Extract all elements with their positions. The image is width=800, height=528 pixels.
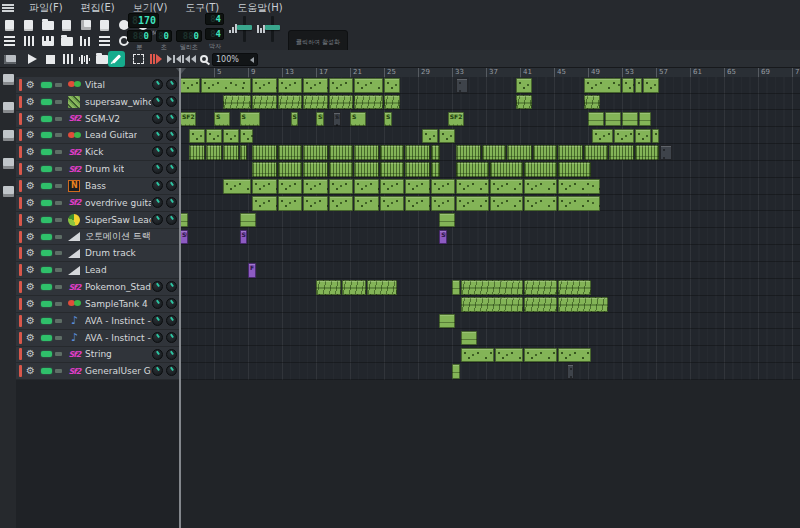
pattern-clip[interactable]: SF: [333, 112, 341, 127]
stop-button[interactable]: [43, 52, 58, 66]
pattern-clip[interactable]: [584, 78, 621, 93]
pattern-clip[interactable]: [431, 196, 456, 211]
pattern-clip[interactable]: [558, 179, 600, 194]
pattern-clip[interactable]: [456, 196, 489, 211]
volume-knob[interactable]: [152, 163, 163, 174]
zoom-level-combobox[interactable]: 100%: [212, 53, 258, 66]
add-sample-track-button[interactable]: [77, 52, 92, 66]
pattern-clip[interactable]: [405, 179, 430, 194]
pattern-clip[interactable]: St: [180, 230, 188, 245]
track-mute-button[interactable]: [41, 82, 52, 88]
track-grip-handle[interactable]: [19, 332, 22, 344]
track-mute-button[interactable]: [41, 217, 52, 223]
track-name[interactable]: GeneralUser GS v1: [85, 366, 151, 376]
track-name[interactable]: Lead Guitar: [85, 130, 137, 140]
pattern-clip[interactable]: [558, 162, 591, 177]
track-solo-button[interactable]: [55, 117, 62, 121]
pattern-clip[interactable]: [643, 78, 659, 93]
track-solo-button[interactable]: [55, 184, 62, 188]
tempo-lcd[interactable]: 8170: [128, 13, 159, 28]
pattern-clip[interactable]: [558, 297, 608, 312]
pattern-clip[interactable]: [609, 145, 634, 160]
pattern-clip[interactable]: [405, 162, 430, 177]
pattern-clip[interactable]: [490, 179, 523, 194]
pattern-clip[interactable]: [524, 280, 557, 295]
track-grip-handle[interactable]: [19, 113, 22, 125]
track-grip-handle[interactable]: [19, 214, 22, 226]
pattern-clip[interactable]: [614, 129, 634, 144]
track-gear-icon[interactable]: ⚙: [26, 97, 35, 107]
pattern-clip[interactable]: [278, 179, 303, 194]
track-solo-button[interactable]: [55, 251, 62, 255]
track-mute-button[interactable]: [41, 351, 52, 357]
volume-knob[interactable]: [152, 281, 163, 292]
open-project-button[interactable]: [40, 18, 55, 32]
play-button[interactable]: [25, 52, 40, 66]
track-grip-handle[interactable]: [19, 96, 22, 108]
track-gear-icon[interactable]: ⚙: [26, 349, 35, 359]
track-gear-icon[interactable]: ⚙: [26, 114, 35, 124]
pattern-clip[interactable]: [303, 162, 328, 177]
track-grip-handle[interactable]: [19, 163, 22, 175]
track-name[interactable]: Lead: [85, 265, 107, 275]
playlist-area[interactable]: SF2 FSSSSFSFSSSF2 FStStStF: [180, 77, 800, 380]
pattern-clip[interactable]: [490, 196, 523, 211]
pattern-clip[interactable]: [635, 78, 643, 93]
pattern-clip[interactable]: [367, 280, 397, 295]
position-lcd-초[interactable]: 80: [156, 30, 172, 42]
track-gear-icon[interactable]: ⚙: [26, 232, 35, 242]
track-gear-icon[interactable]: ⚙: [26, 215, 35, 225]
track-mute-button[interactable]: [41, 149, 52, 155]
pattern-clip[interactable]: St: [240, 230, 248, 245]
pattern-clip[interactable]: [252, 196, 277, 211]
pattern-clip[interactable]: [495, 348, 524, 363]
volume-knob[interactable]: [152, 332, 163, 343]
pattern-clip[interactable]: S: [350, 112, 366, 127]
track-mute-button[interactable]: [41, 335, 52, 341]
pattern-clip[interactable]: [384, 78, 400, 93]
pattern-clip[interactable]: [189, 145, 205, 160]
pattern-clip[interactable]: [380, 162, 405, 177]
track-gear-icon[interactable]: ⚙: [26, 198, 35, 208]
pattern-clip[interactable]: [278, 196, 303, 211]
menu-item-edit[interactable]: 편집(E): [74, 0, 122, 16]
piano-roll-button[interactable]: [40, 34, 55, 48]
track-grip-handle[interactable]: [19, 231, 22, 243]
track-grip-handle[interactable]: [19, 348, 22, 360]
panning-knob[interactable]: [166, 298, 177, 309]
pattern-clip[interactable]: [329, 162, 354, 177]
panning-knob[interactable]: [166, 163, 177, 174]
pattern-clip[interactable]: [439, 213, 455, 228]
draw-mode-button[interactable]: [108, 51, 125, 67]
automation-editor-button[interactable]: [59, 34, 74, 48]
panning-knob[interactable]: [166, 96, 177, 107]
timesig-numerator-lcd[interactable]: 84: [205, 13, 224, 25]
track-name[interactable]: Vital: [85, 80, 105, 90]
pattern-clip[interactable]: [584, 145, 609, 160]
add-bb-track-button[interactable]: [60, 52, 75, 66]
pattern-clip[interactable]: St: [439, 230, 447, 245]
pattern-clip[interactable]: [329, 78, 354, 93]
skip-end-button[interactable]: [166, 52, 181, 66]
skip-start-button[interactable]: [181, 52, 196, 66]
pattern-clip[interactable]: S: [384, 112, 392, 127]
pattern-clip[interactable]: [303, 95, 328, 110]
track-mute-button[interactable]: [41, 166, 52, 172]
volume-knob[interactable]: [152, 180, 163, 191]
pattern-clip[interactable]: [622, 78, 634, 93]
track-solo-button[interactable]: [55, 83, 62, 87]
volume-knob[interactable]: [152, 315, 163, 326]
pattern-clip[interactable]: SF: [316, 112, 324, 127]
track-mute-button[interactable]: [41, 301, 52, 307]
volume-knob[interactable]: [152, 365, 163, 376]
pattern-clip[interactable]: [354, 162, 379, 177]
pattern-clip[interactable]: [384, 95, 400, 110]
record-button[interactable]: [148, 52, 163, 66]
track-gear-icon[interactable]: ⚙: [26, 181, 35, 191]
track-name[interactable]: Drum kit: [85, 164, 124, 174]
zoom-button[interactable]: [196, 52, 211, 66]
track-grip-handle[interactable]: [19, 315, 22, 327]
track-solo-button[interactable]: [55, 336, 62, 340]
track-mute-button[interactable]: [41, 267, 52, 273]
track-name[interactable]: 오토메이션 트랙: [85, 230, 151, 243]
